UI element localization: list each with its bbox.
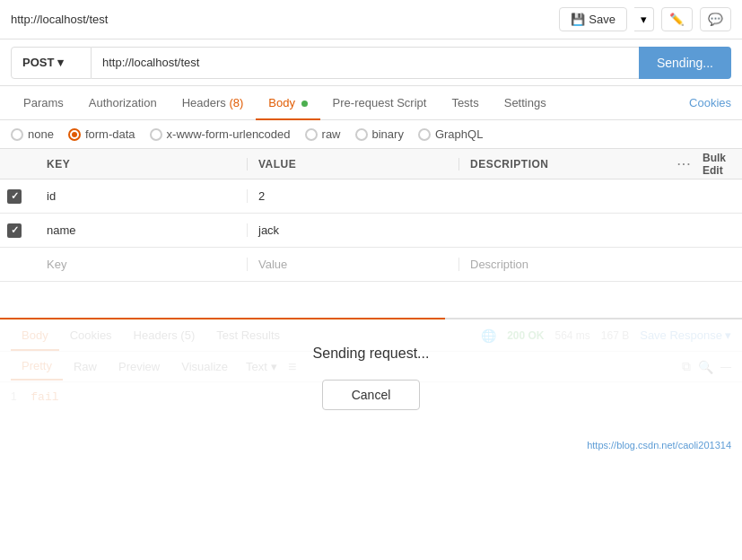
tab-prerequest[interactable]: Pre-request Script (320, 87, 440, 120)
tab-authorization[interactable]: Authorization (76, 87, 170, 120)
title-url: http://localhost/test (11, 13, 108, 26)
footer: https://blog.csdn.net/caoli201314 (0, 436, 742, 454)
td-key-1[interactable]: id (36, 189, 247, 203)
sending-overlay: Sending request... Cancel (0, 319, 742, 436)
td-key-2[interactable]: name (36, 223, 247, 237)
table-row-empty: Key Value Description (0, 248, 742, 282)
table-row: ✓ id 2 (0, 179, 742, 214)
url-input[interactable] (92, 47, 639, 79)
th-key: KEY (36, 158, 247, 171)
save-chevron-button[interactable]: ▾ (634, 7, 654, 31)
radio-none (11, 128, 23, 141)
method-label: POST (22, 56, 54, 69)
th-description: DESCRIPTION (458, 158, 670, 171)
radio-binary (355, 128, 368, 141)
td-key-empty[interactable]: Key (36, 258, 247, 271)
method-chevron: ▾ (57, 56, 64, 69)
td-check-1: ✓ (0, 189, 36, 204)
comment-icon-button[interactable]: 💬 (700, 7, 731, 31)
td-value-empty[interactable]: Value (247, 258, 458, 271)
title-bar: http://localhost/test 💾 Save ▾ ✏️ 💬 (0, 0, 742, 39)
request-tabs: Params Authorization Headers (8) Body Pr… (11, 87, 559, 119)
td-value-1[interactable]: 2 (247, 189, 458, 203)
radio-graphql (418, 128, 431, 141)
checkmark-1: ✓ (11, 190, 19, 202)
tab-settings[interactable]: Settings (492, 87, 559, 120)
tab-body[interactable]: Body (256, 87, 319, 120)
tab-tests[interactable]: Tests (439, 87, 491, 120)
table-header: KEY VALUE DESCRIPTION ··· Bulk Edit (0, 149, 742, 179)
save-icon: 💾 (571, 13, 585, 26)
body-table: KEY VALUE DESCRIPTION ··· Bulk Edit ✓ id… (0, 149, 742, 282)
body-options: none form-data x-www-form-urlencoded raw… (0, 120, 742, 149)
option-urlencoded[interactable]: x-www-form-urlencoded (150, 127, 291, 141)
option-graphql[interactable]: GraphQL (418, 127, 483, 141)
request-tabs-bar: Params Authorization Headers (8) Body Pr… (0, 86, 742, 120)
th-actions: ··· Bulk Edit (670, 152, 742, 177)
th-value: VALUE (247, 158, 458, 171)
cancel-button[interactable]: Cancel (322, 380, 421, 410)
option-binary[interactable]: binary (355, 127, 404, 141)
tab-headers[interactable]: Headers (8) (170, 87, 257, 120)
edit-icon-button[interactable]: ✏️ (661, 7, 693, 31)
option-none[interactable]: none (11, 127, 54, 141)
option-raw[interactable]: raw (305, 127, 341, 141)
option-form-data[interactable]: form-data (68, 127, 135, 141)
url-bar: POST ▾ Sending... (0, 39, 742, 86)
checkbox-1[interactable]: ✓ (7, 189, 22, 204)
td-desc-empty[interactable]: Description (458, 258, 670, 271)
save-button[interactable]: 💾 Save (559, 7, 627, 31)
radio-form-data (68, 128, 81, 141)
headers-badge: (8) (229, 96, 243, 109)
footer-link[interactable]: https://blog.csdn.net/caoli201314 (587, 440, 731, 451)
tab-params[interactable]: Params (11, 87, 76, 120)
title-actions: 💾 Save ▾ ✏️ 💬 (559, 7, 731, 31)
cookies-link[interactable]: Cookies (689, 96, 731, 109)
send-button[interactable]: Sending... (639, 47, 731, 79)
checkmark-2: ✓ (11, 224, 19, 236)
method-select[interactable]: POST ▾ (11, 47, 92, 79)
response-section: Body Cookies Headers (5) Test Results 🌐 … (0, 319, 742, 436)
sending-message: Sending request... (313, 346, 430, 362)
radio-urlencoded (150, 128, 162, 141)
td-value-2[interactable]: jack (247, 223, 458, 237)
radio-raw (305, 128, 318, 141)
checkbox-2[interactable]: ✓ (7, 223, 22, 238)
td-check-2: ✓ (0, 223, 36, 238)
more-icon[interactable]: ··· (677, 158, 692, 171)
table-row: ✓ name jack (0, 214, 742, 248)
body-dot (301, 101, 308, 107)
